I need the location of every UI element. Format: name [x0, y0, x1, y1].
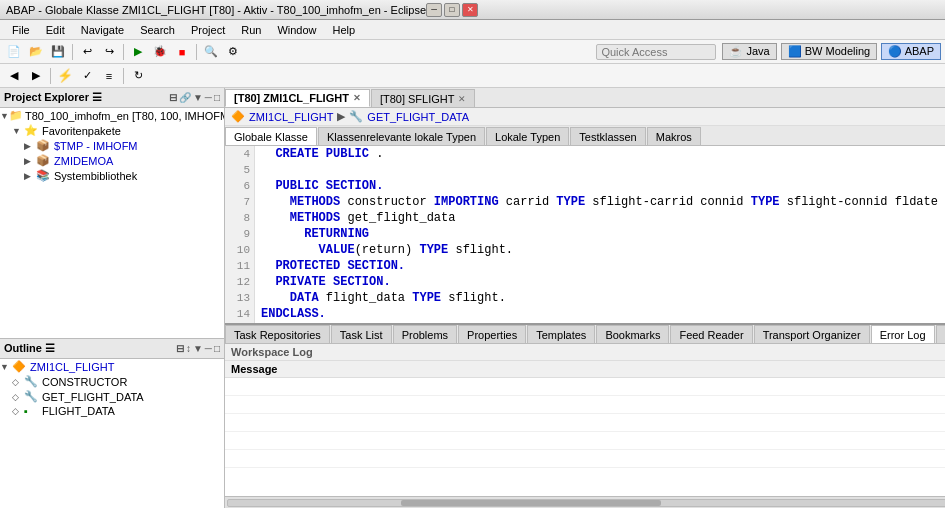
- bottom-tab-problems[interactable]: Problems: [393, 325, 457, 343]
- abap-perspective-tab[interactable]: 🔵 ABAP: [881, 43, 941, 60]
- menu-help[interactable]: Help: [325, 22, 364, 38]
- bottom-tab-transport[interactable]: Transport Organizer: [754, 325, 870, 343]
- editor-tab-flight-close[interactable]: ✕: [353, 93, 361, 103]
- menu-project[interactable]: Project: [183, 22, 233, 38]
- bottom-tab-properties[interactable]: Properties: [458, 325, 526, 343]
- search-button[interactable]: 🔍: [201, 42, 221, 62]
- workspace-log: Workspace Log Message Plug-in: [225, 344, 945, 496]
- tree-item-sysbib[interactable]: ▶ 📚 Systembibliothek: [0, 168, 224, 183]
- editor-tab-sflight[interactable]: [T80] SFLIGHT ✕: [371, 89, 476, 107]
- class-tab-test[interactable]: Testklassen: [570, 127, 645, 145]
- main-toolbar: 📄 📂 💾 ↩ ↪ ▶ 🐞 ■ 🔍 ⚙ ☕ Java 🟦 BW Modeling…: [0, 40, 945, 64]
- scroll-track[interactable]: [227, 499, 945, 507]
- menu-file[interactable]: File: [4, 22, 38, 38]
- collapse-all-icon[interactable]: ⊟: [169, 92, 177, 103]
- code-line-6: PUBLIC SECTION.: [261, 178, 945, 194]
- stop-button[interactable]: ■: [172, 42, 192, 62]
- outline-minimize-icon[interactable]: ─: [205, 343, 212, 354]
- activate-button[interactable]: ⚡: [55, 66, 75, 86]
- editor-tab-flight[interactable]: [T80] ZMI1CL_FLIGHT ✕: [225, 89, 370, 107]
- maximize-panel-icon[interactable]: □: [214, 92, 220, 103]
- menu-navigate[interactable]: Navigate: [73, 22, 132, 38]
- outline-item-get-flight[interactable]: ◇ 🔧 GET_FLIGHT_DATA: [0, 389, 224, 404]
- save-button[interactable]: 💾: [48, 42, 68, 62]
- redo-button[interactable]: ↪: [99, 42, 119, 62]
- code-editor: 4 5 6 7 8 9 10 11 12 13 14 15 16 17 18 1…: [225, 146, 945, 323]
- menu-window[interactable]: Window: [269, 22, 324, 38]
- wl-msg-1: [225, 378, 945, 395]
- pretty-print-button[interactable]: ≡: [99, 66, 119, 86]
- breadcrumb-part1[interactable]: ZMI1CL_FLIGHT: [249, 111, 333, 123]
- outline-collapse-icon[interactable]: ⊟: [176, 343, 184, 354]
- breadcrumb-part2[interactable]: GET_FLIGHT_DATA: [367, 111, 469, 123]
- menu-edit[interactable]: Edit: [38, 22, 73, 38]
- code-line-8: METHODS get_flight_data: [261, 210, 945, 226]
- new-button[interactable]: 📄: [4, 42, 24, 62]
- editor-tab-sflight-close[interactable]: ✕: [458, 94, 466, 104]
- outline-item-constructor[interactable]: ◇ 🔧 CONSTRUCTOR: [0, 374, 224, 389]
- menu-search[interactable]: Search: [132, 22, 183, 38]
- forward-button[interactable]: ▶: [26, 66, 46, 86]
- project-explorer-header: Project Explorer ☰ ⊟ 🔗 ▼ ─ □: [0, 88, 224, 108]
- class-tab-makros[interactable]: Makros: [647, 127, 701, 145]
- bottom-tab-task-list[interactable]: Task List: [331, 325, 392, 343]
- run-button[interactable]: ▶: [128, 42, 148, 62]
- right-panel: [T80] ZMI1CL_FLIGHT ✕ [T80] SFLIGHT ✕ 🔶 …: [225, 88, 945, 508]
- tree-item-favorites[interactable]: ▼ ⭐ Favoritenpakete: [0, 123, 224, 138]
- check-button[interactable]: ✓: [77, 66, 97, 86]
- class-tab-local[interactable]: Lokale Typen: [486, 127, 569, 145]
- bottom-tab-templates[interactable]: Templates: [527, 325, 595, 343]
- back-button[interactable]: ◀: [4, 66, 24, 86]
- class-tab-local-types[interactable]: Klassenrelevante lokale Typen: [318, 127, 485, 145]
- workspace-log-row-2: [225, 396, 945, 414]
- maximize-button[interactable]: □: [444, 3, 460, 17]
- bottom-tab-schnell[interactable]: Schnellhilfe: [936, 325, 945, 343]
- editor-tabs: [T80] ZMI1CL_FLIGHT ✕ [T80] SFLIGHT ✕: [225, 88, 945, 108]
- minimize-button[interactable]: ─: [426, 3, 442, 17]
- menu-run[interactable]: Run: [233, 22, 269, 38]
- link-editor-icon[interactable]: 🔗: [179, 92, 191, 103]
- class-tabs: Globale Klasse Klassenrelevante lokale T…: [225, 126, 945, 146]
- class-tab-global[interactable]: Globale Klasse: [225, 127, 317, 145]
- workspace-log-row-3: [225, 414, 945, 432]
- bottom-tab-feed[interactable]: Feed Reader: [670, 325, 752, 343]
- bottom-tab-bookmarks[interactable]: Bookmarks: [596, 325, 669, 343]
- line-num-4: 4: [225, 146, 250, 162]
- toolbar-separator-2: [123, 44, 124, 60]
- title-bar-text: ABAP - Globale Klasse ZMI1CL_FLIGHT [T80…: [6, 4, 426, 16]
- outline-sort-icon[interactable]: ↕: [186, 343, 191, 354]
- quick-access-input[interactable]: [596, 44, 716, 60]
- outline-maximize-icon[interactable]: □: [214, 343, 220, 354]
- scroll-thumb[interactable]: [401, 500, 661, 506]
- java-perspective-tab[interactable]: ☕ Java: [722, 43, 776, 60]
- undo-button[interactable]: ↩: [77, 42, 97, 62]
- debug-button[interactable]: 🐞: [150, 42, 170, 62]
- tree-item-zmidemoa[interactable]: ▶ 📦 ZMIDEMOA: [0, 153, 224, 168]
- minimize-panel-icon[interactable]: ─: [205, 92, 212, 103]
- tree-item-root[interactable]: ▼ 📁 T80_100_imhofm_en [T80, 100, IMHOFM,…: [0, 108, 224, 123]
- explorer-menu-icon[interactable]: ▼: [193, 92, 203, 103]
- line-num-14: 14: [225, 306, 250, 322]
- bottom-tab-task-repos[interactable]: Task Repositories: [225, 325, 330, 343]
- breadcrumb: 🔶 ZMI1CL_FLIGHT ▶ 🔧 GET_FLIGHT_DATA: [225, 108, 945, 126]
- horizontal-scrollbar[interactable]: [225, 496, 945, 508]
- line-num-6: 6: [225, 178, 250, 194]
- breadcrumb-icon: 🔶: [231, 110, 245, 123]
- tree-item-tmp[interactable]: ▶ 📦 $TMP - IMHOFM: [0, 138, 224, 153]
- bottom-tab-errorlog[interactable]: Error Log: [871, 325, 935, 343]
- bw-perspective-tab[interactable]: 🟦 BW Modeling: [781, 43, 877, 60]
- refresh-button[interactable]: ↻: [128, 66, 148, 86]
- outline-menu-icon[interactable]: ▼: [193, 343, 203, 354]
- workspace-log-header: Workspace Log: [225, 344, 945, 361]
- close-button[interactable]: ✕: [462, 3, 478, 17]
- menu-bar: File Edit Navigate Search Project Run Wi…: [0, 20, 945, 40]
- project-explorer-icons: ⊟ 🔗 ▼ ─ □: [169, 92, 220, 103]
- settings-button[interactable]: ⚙: [223, 42, 243, 62]
- outline-item-class[interactable]: ▼ 🔶 ZMI1CL_FLIGHT: [0, 359, 224, 374]
- workspace-log-rows: [225, 378, 945, 468]
- outline-item-flight-data[interactable]: ◇ ▪ FLIGHT_DATA: [0, 404, 224, 418]
- toolbar2-sep-2: [123, 68, 124, 84]
- open-button[interactable]: 📂: [26, 42, 46, 62]
- code-content[interactable]: CREATE PUBLIC . PUBLIC SECTION. METHODS …: [255, 146, 945, 323]
- wl-msg-5: [225, 450, 945, 467]
